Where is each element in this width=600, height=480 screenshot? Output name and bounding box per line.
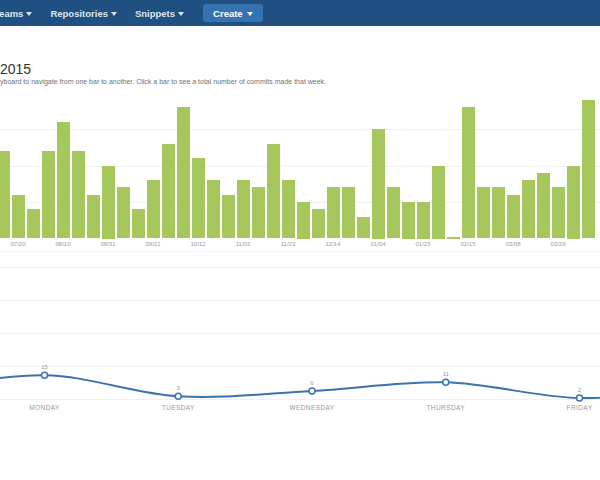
commit-week-bar[interactable]	[567, 166, 580, 239]
nav-item-teams[interactable]: Teams	[0, 8, 41, 19]
commit-week-bar[interactable]	[312, 209, 325, 238]
page-subtitle: yboard to navigate from one bar to anoth…	[0, 78, 326, 85]
commit-week-bar[interactable]	[147, 180, 160, 238]
bar-chart-x-axis-label: 07/20	[3, 241, 33, 247]
commit-week-bar[interactable]	[552, 187, 565, 238]
bar-chart-x-axis-label: 08/10	[48, 241, 78, 247]
commit-week-bar[interactable]	[252, 187, 265, 238]
nav-item-repositories[interactable]: Repositories	[41, 8, 126, 19]
nav-menu: Teams Repositories Snippets Create	[0, 0, 263, 26]
bar-chart-x-axis-label: 01/04	[363, 241, 393, 247]
line-chart-day-label: FRIDAY	[545, 404, 600, 411]
commit-week-bar[interactable]	[132, 209, 145, 238]
bar-chart-x-axis-label: 08/31	[93, 241, 123, 247]
bar-chart-gridline	[0, 129, 600, 130]
commit-week-bar[interactable]	[72, 151, 85, 239]
commits-trend-line	[0, 375, 600, 398]
commit-week-bar[interactable]	[12, 195, 25, 239]
commit-week-bar[interactable]	[177, 107, 190, 238]
day-data-point[interactable]: MONDAY: 15	[42, 372, 48, 378]
commit-week-bar[interactable]	[462, 107, 475, 238]
page: Teams Repositories Snippets Create 2015 …	[0, 0, 600, 480]
top-navbar: Teams Repositories Snippets Create	[0, 0, 600, 26]
commit-week-bar[interactable]	[477, 187, 490, 238]
commit-week-bar[interactable]	[507, 195, 520, 239]
commit-week-bar[interactable]	[57, 122, 70, 239]
commit-week-bar[interactable]	[327, 187, 340, 238]
line-chart-day-label: MONDAY	[10, 404, 80, 411]
commit-week-bar[interactable]	[342, 187, 355, 238]
commit-week-bar[interactable]	[237, 180, 250, 238]
nav-item-snippets[interactable]: Snippets	[126, 8, 193, 19]
commit-week-bar[interactable]	[297, 202, 310, 239]
bar-chart-x-axis-label: 10/12	[183, 241, 213, 247]
line-chart-gridline	[0, 333, 600, 334]
commit-week-bar[interactable]	[117, 187, 130, 238]
line-chart-gridline	[0, 399, 600, 400]
commit-week-bar[interactable]	[192, 158, 205, 238]
chevron-down-icon	[178, 12, 184, 16]
point-value-label: 6	[302, 380, 322, 386]
chevron-down-icon	[111, 12, 117, 16]
bar-chart-x-axis-label: 11/23	[273, 241, 303, 247]
day-data-point[interactable]: THURSDAY: 11	[443, 379, 449, 385]
commit-week-bar[interactable]	[267, 144, 280, 239]
create-button-label: Create	[213, 8, 243, 19]
commit-week-bar[interactable]	[27, 209, 40, 238]
point-value-label: 15	[35, 364, 55, 370]
commit-week-bar[interactable]	[387, 187, 400, 238]
commit-week-bar[interactable]	[87, 195, 100, 239]
commit-week-bar[interactable]	[537, 173, 550, 239]
bar-chart-x-axis-label: 09/21	[138, 241, 168, 247]
commit-week-bar[interactable]	[42, 151, 55, 239]
line-chart-day-label: WEDNESDAY	[277, 404, 347, 411]
create-button[interactable]: Create	[203, 4, 263, 22]
commit-week-bar[interactable]	[282, 180, 295, 238]
bar-chart-x-axis-label: 12/14	[318, 241, 348, 247]
bar-chart-gridline	[0, 166, 600, 167]
day-data-point[interactable]: FRIDAY: 2	[577, 395, 583, 401]
line-chart-gridline	[0, 267, 600, 268]
commit-week-bar[interactable]	[447, 237, 460, 239]
nav-item-repositories-label: Repositories	[50, 8, 108, 19]
bar-chart-x-axis-label: 02/15	[453, 241, 483, 247]
line-chart-day-label: TUESDAY	[143, 404, 213, 411]
commit-week-bar[interactable]	[432, 166, 445, 239]
commit-week-bar[interactable]	[207, 180, 220, 238]
day-data-point[interactable]: TUESDAY: 3	[175, 393, 181, 399]
page-title: 2015	[0, 61, 31, 77]
day-data-point[interactable]: WEDNESDAY: 6	[309, 388, 315, 394]
chevron-down-icon	[247, 12, 253, 16]
commit-week-bar[interactable]	[402, 202, 415, 239]
line-chart-gridline	[0, 300, 600, 301]
commit-week-bar[interactable]	[162, 144, 175, 239]
line-chart-gridline	[0, 366, 600, 367]
commit-week-bar[interactable]	[0, 151, 10, 239]
line-chart-gridline	[0, 251, 600, 252]
chevron-down-icon	[26, 12, 32, 16]
bar-chart-x-axis-label: 11/02	[228, 241, 258, 247]
commit-week-bar[interactable]	[357, 217, 370, 239]
bar-chart-x-axis-label: 03/08	[498, 241, 528, 247]
point-value-label: 3	[168, 385, 188, 391]
nav-item-snippets-label: Snippets	[135, 8, 175, 19]
nav-item-teams-label: Teams	[0, 8, 23, 19]
line-chart-day-label: THURSDAY	[411, 404, 481, 411]
commit-week-bar[interactable]	[222, 195, 235, 239]
commit-week-bar[interactable]	[522, 180, 535, 238]
bar-chart-x-axis-label: 03/29	[543, 241, 573, 247]
commit-week-bar[interactable]	[102, 166, 115, 239]
commit-week-bar[interactable]	[492, 187, 505, 238]
point-value-label: 11	[436, 371, 456, 377]
commit-week-bar[interactable]	[417, 202, 430, 239]
commit-week-bar[interactable]	[582, 100, 595, 239]
bar-chart-x-axis-label: 01/25	[408, 241, 438, 247]
commit-week-bar[interactable]	[372, 129, 385, 239]
point-value-label: 2	[570, 387, 590, 393]
